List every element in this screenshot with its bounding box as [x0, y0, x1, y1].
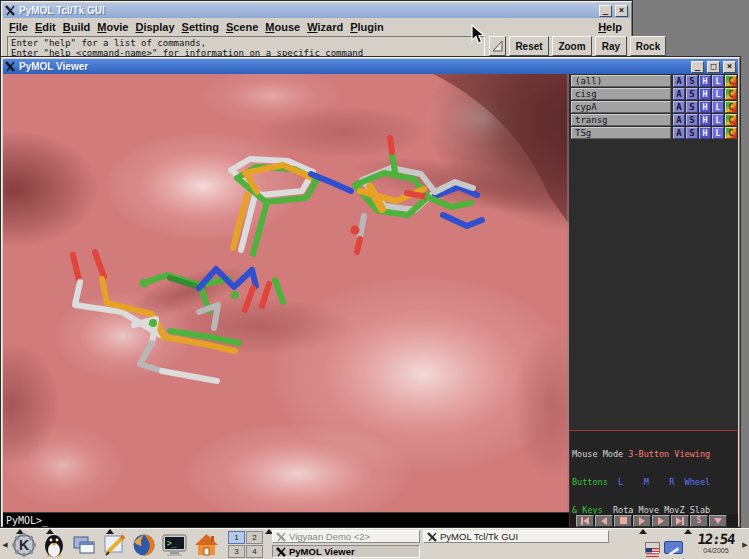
pager-desktop-3[interactable]: 3 [228, 545, 245, 558]
hide-button[interactable]: H [699, 75, 711, 87]
mouse-cursor [471, 24, 485, 45]
action-button[interactable]: A [673, 75, 685, 87]
stop-button[interactable] [614, 515, 632, 527]
menu-build[interactable]: Build [63, 20, 98, 34]
object-row: cypA A S H L C [570, 101, 737, 114]
terminal-launcher[interactable]: >_ [160, 531, 188, 558]
label-button[interactable]: L [712, 114, 724, 126]
menu-setting[interactable]: Setting [182, 20, 226, 34]
taskbar-window-gui[interactable]: PyMOL Tcl/Tk GUI [423, 530, 609, 543]
tux-launcher[interactable] [40, 531, 68, 558]
pager-desktop-2[interactable]: 2 [246, 531, 263, 544]
action-button[interactable]: A [673, 101, 685, 113]
hide-button[interactable]: H [699, 88, 711, 100]
gui-close-button[interactable]: × [615, 5, 628, 17]
object-name-all[interactable]: (all) [571, 75, 671, 87]
applet-handle-icon[interactable] [639, 529, 647, 534]
scroll-sash[interactable] [489, 36, 506, 56]
action-button[interactable]: A [673, 88, 685, 100]
pager-desktop-4[interactable]: 4 [246, 545, 263, 558]
ray-button[interactable]: Ray [595, 36, 627, 56]
taskbar-window-viewer[interactable]: PyMOL Viewer [272, 545, 420, 558]
menu-plugin[interactable]: Plugin [350, 20, 391, 34]
play-icon [638, 517, 646, 525]
k-menu-button[interactable]: K [10, 531, 38, 558]
menu-help[interactable]: Help [598, 20, 624, 34]
viewer-maximize-button[interactable]: □ [707, 61, 720, 73]
mouse-mode-line: Mouse Mode 3-Button Viewing [572, 450, 737, 459]
us-flag-tray-icon[interactable] [645, 542, 660, 553]
show-button[interactable]: S [686, 114, 698, 126]
menu-movie[interactable]: Movie [97, 20, 135, 34]
playback-bar: S [569, 514, 738, 527]
menu-display[interactable]: Display [135, 20, 181, 34]
object-name-transg[interactable]: transg [571, 114, 671, 126]
color-button[interactable]: C [725, 127, 737, 139]
s-mode-button[interactable]: S [690, 515, 708, 527]
menu-wizard[interactable]: Wizard [307, 20, 350, 34]
x11-icon [427, 532, 437, 542]
pencil-note-icon [102, 532, 127, 557]
menu-scene[interactable]: Scene [226, 20, 265, 34]
reset-button[interactable]: Reset [509, 36, 549, 56]
color-button[interactable]: C [725, 88, 737, 100]
color-button[interactable]: C [725, 114, 737, 126]
pager-desktop-1[interactable]: 1 [228, 531, 245, 544]
object-name-cypA[interactable]: cypA [571, 101, 671, 113]
menu-edit[interactable]: Edit [35, 20, 63, 34]
play-button[interactable] [633, 515, 651, 527]
skip-to-end-button[interactable] [671, 515, 689, 527]
skip-to-start-button[interactable] [576, 515, 594, 527]
label-button[interactable]: L [712, 75, 724, 87]
color-button[interactable]: C [725, 75, 737, 87]
firefox-icon [131, 532, 157, 558]
hide-button[interactable]: H [699, 114, 711, 126]
x11-icon [5, 5, 16, 16]
viewer-minimize-button[interactable]: _ [691, 61, 704, 73]
viewer-close-button[interactable]: × [723, 61, 736, 73]
keyboard-layout-tray-icon[interactable] [664, 541, 683, 554]
home-icon [193, 532, 220, 557]
show-button[interactable]: S [686, 127, 698, 139]
menu-button[interactable] [709, 515, 727, 527]
label-button[interactable]: L [712, 127, 724, 139]
show-button[interactable]: S [686, 101, 698, 113]
show-button[interactable]: S [686, 75, 698, 87]
step-back-button[interactable] [595, 515, 613, 527]
firefox-launcher[interactable] [130, 531, 158, 558]
notes-launcher[interactable] [100, 531, 128, 558]
mouse-buttons-line: Buttons L M R Wheel [572, 478, 737, 487]
viewer-titlebar[interactable]: PyMOL Viewer _ □ × [3, 59, 738, 74]
window-list-launcher[interactable] [70, 531, 98, 558]
taskbar-window-label: PyMOL Viewer [289, 546, 355, 557]
skip-to-end-icon [675, 517, 685, 525]
molecular-viewport[interactable] [3, 74, 569, 512]
object-row: transg A S H L C [570, 114, 737, 127]
menu-file[interactable]: File [9, 20, 35, 34]
label-button[interactable]: L [712, 101, 724, 113]
label-button[interactable]: L [712, 88, 724, 100]
gui-titlebar[interactable]: PyMOL Tcl/Tk GUI _ × [3, 3, 630, 18]
home-launcher[interactable] [192, 531, 220, 558]
object-name-TSg[interactable]: TSg [571, 127, 671, 139]
color-button[interactable]: C [725, 101, 737, 113]
hide-button[interactable]: H [699, 127, 711, 139]
stop-icon [620, 517, 627, 524]
clock-applet[interactable]: 12:54 04/2005 [691, 531, 741, 555]
step-forward-button[interactable] [652, 515, 670, 527]
zoom-button[interactable]: Zoom [552, 36, 592, 56]
show-button[interactable]: S [686, 88, 698, 100]
action-button[interactable]: A [673, 127, 685, 139]
rock-button[interactable]: Rock [630, 36, 666, 56]
object-name-cisg[interactable]: cisg [571, 88, 671, 100]
panel-hide-left-handle[interactable]: ◀ [1, 531, 9, 558]
feedback-output[interactable]: Enter "help" for a list of commands, Ent… [7, 36, 485, 58]
menu-mouse[interactable]: Mouse [265, 20, 307, 34]
command-prompt[interactable]: PyMOL>_ [3, 512, 569, 527]
action-button[interactable]: A [673, 114, 685, 126]
taskbar-window-vigyaan[interactable]: Vigyaan Demo <2> [272, 530, 420, 543]
taskbar: ◀ K [0, 528, 749, 559]
gui-minimize-button[interactable]: _ [599, 5, 612, 17]
panel-hide-right-handle[interactable]: ▶ [741, 531, 749, 558]
hide-button[interactable]: H [699, 101, 711, 113]
